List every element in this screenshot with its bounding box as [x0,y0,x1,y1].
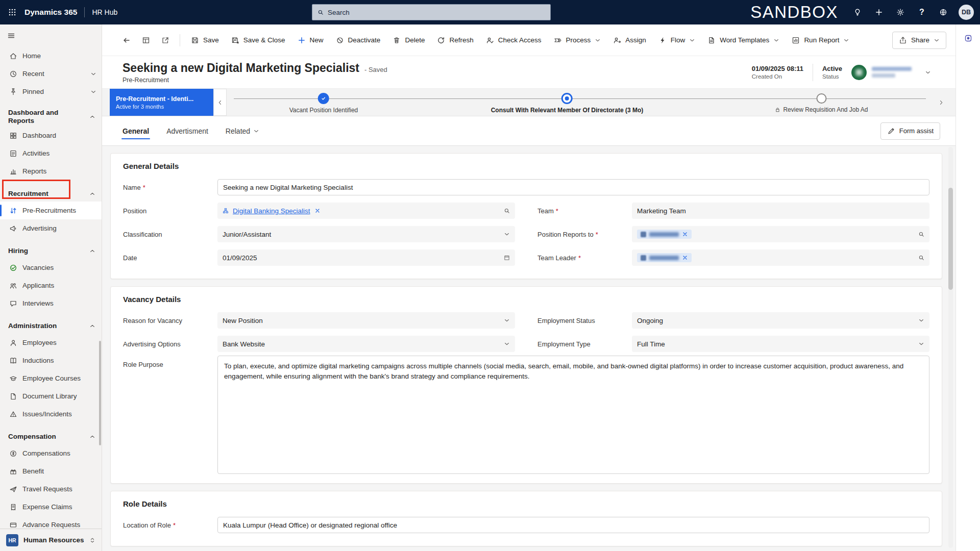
sidebar-item-expense-claims[interactable]: Expense Claims [0,498,102,516]
remove-value-icon[interactable] [682,231,688,237]
hamburger-menu-icon[interactable] [0,24,22,47]
sidebar-item-vacancies[interactable]: Vacancies [0,259,102,277]
classification-dropdown[interactable]: Junior/Assistant [217,226,515,242]
scrollbar-thumb[interactable] [948,188,953,290]
command-refresh[interactable]: Refresh [431,31,479,49]
sidebar-item-benefit[interactable]: Benefit [0,462,102,480]
sidebar-scrollbar[interactable] [99,341,101,445]
tab-advertisment[interactable]: Advertisment [166,116,208,145]
quick-create-plus-icon[interactable] [869,2,889,22]
search-icon[interactable] [918,231,924,237]
command-deactivate[interactable]: Deactivate [330,31,386,49]
user-avatar[interactable]: DB [959,5,974,20]
sidebar-item-recent[interactable]: Recent [0,65,102,83]
position-lookup-link[interactable]: Digital Banking Specialist [233,207,310,215]
sidebar-item-employees[interactable]: Employees [0,334,102,352]
bpf-stage-1[interactable]: Vacant Position Identified [289,93,358,114]
lookup-value-redacted[interactable] [637,253,692,262]
global-search-box[interactable]: Search [312,4,551,20]
back-button[interactable] [117,31,136,49]
stage-current-dot[interactable] [561,93,573,104]
sidebar-group-hiring[interactable]: Hiring [0,243,102,259]
header-expand-button[interactable] [921,65,935,80]
team-input[interactable]: Marketing Team [632,203,929,219]
lightbulb-icon[interactable] [847,2,868,22]
tab-general[interactable]: General [122,116,149,145]
settings-gear-icon[interactable] [890,2,911,22]
sidebar-item-home[interactable]: Home [0,47,102,65]
plane-icon [9,485,17,493]
location-input[interactable]: Kuala Lumpur (Head Office) or designated… [217,517,929,533]
remove-value-icon[interactable] [314,208,321,214]
team-leader-lookup-field[interactable] [632,249,929,266]
sidebar-item-employee-courses[interactable]: Employee Courses [0,369,102,387]
search-icon[interactable] [918,255,924,261]
sidebar-item-dashboard[interactable]: Dashboard [0,127,102,144]
remove-value-icon[interactable] [682,255,688,261]
command-run-report[interactable]: Run Report [786,31,855,49]
app-launcher-waffle-icon[interactable] [2,2,22,22]
field-row-employment-status: Employment Status Ongoing [537,309,929,332]
advertising-options-dropdown[interactable]: Bank Website [217,336,515,352]
reports-to-lookup-field[interactable] [632,226,929,242]
bpf-stage-3[interactable]: Review Requisition And Job Ad [774,93,868,113]
app-title[interactable]: Dynamics 365 [24,8,77,17]
stage-locked-dot[interactable] [816,93,826,104]
reason-dropdown[interactable]: New Position [217,312,515,329]
app-area-name[interactable]: HR Hub [92,8,117,16]
command-assign[interactable]: Assign [607,31,652,49]
command-save[interactable]: Save [185,31,225,49]
sidebar-item-advance-requests[interactable]: Advance Requests [0,516,102,529]
share-button[interactable]: Share [892,32,946,49]
sidebar-group-recruitment[interactable]: Recruitment [0,186,102,202]
sidebar-item-issues-incidents[interactable]: Issues/Incidents [0,405,102,423]
help-icon[interactable]: ? [912,2,932,22]
sidebar-item-pre-recruitments[interactable]: Pre-Recruitments [0,202,102,219]
owner-lookup[interactable] [851,65,912,80]
sidebar-item-reports[interactable]: Reports [0,162,102,180]
sidebar-group-administration[interactable]: Administration [0,318,102,334]
tab-related[interactable]: Related [226,116,259,145]
sidebar-item-applicants[interactable]: Applicants [0,277,102,294]
date-input[interactable]: 01/09/2025 [217,249,515,266]
employment-type-dropdown[interactable]: Full Time [632,336,929,352]
role-purpose-textarea[interactable]: To plan, execute, and optimize digital m… [217,356,929,474]
name-input[interactable]: Seeking a new Digital Marketing Speciali… [217,179,929,195]
bpf-collapse-button[interactable] [213,89,227,116]
active-stage-chip[interactable]: Pre-Recruitment - Identi... Active for 3… [110,89,213,116]
lookup-value-redacted[interactable] [637,230,692,239]
stage-completed-dot[interactable] [318,93,329,104]
name-label: Name [123,184,141,191]
command-save-close[interactable]: Save & Close [226,31,291,49]
form-scrollbar[interactable] [948,147,953,548]
sidebar-item-inductions[interactable]: Inductions [0,352,102,369]
globe-icon[interactable] [933,2,953,22]
sidebar-item-travel-requests[interactable]: Travel Requests [0,480,102,498]
sidebar-item-compensations[interactable]: Compensations [0,444,102,462]
sidebar-item-interviews[interactable]: Interviews [0,294,102,312]
command-check-access[interactable]: Check Access [480,31,547,49]
open-in-new-window-button[interactable] [156,31,175,49]
sidebar-group-compensation[interactable]: Compensation [0,429,102,444]
command-delete[interactable]: Delete [387,31,430,49]
bpf-next-stage-button[interactable] [934,95,948,110]
sidebar-item-pinned[interactable]: Pinned [0,83,102,101]
bpf-stage-2[interactable]: Consult With Relevant Member Of Director… [491,93,644,114]
form-assist-button[interactable]: Form assist [880,122,940,140]
position-lookup-field[interactable]: Digital Banking Specialist [217,203,515,219]
command-process[interactable]: Process [548,31,607,49]
command-new[interactable]: New [292,31,329,49]
show-as-grid-button[interactable] [137,31,155,49]
search-icon[interactable] [504,208,510,214]
sidebar-group-dashboard-and-reports[interactable]: Dashboard and Reports [0,107,102,127]
sidebar-item-activities[interactable]: Activities [0,144,102,162]
command-flow[interactable]: Flow [653,31,701,49]
area-switcher[interactable]: HR Human Resources [0,529,102,551]
copilot-icon[interactable] [960,30,977,47]
sidebar-item-document-library[interactable]: Document Library [0,387,102,405]
calendar-icon[interactable] [504,255,510,261]
employment-status-dropdown[interactable]: Ongoing [632,312,929,329]
command-word-templates[interactable]: Word Templates [702,31,785,49]
sidebar-item-advertising[interactable]: Advertising [0,219,102,237]
name-value: Seeking a new Digital Marketing Speciali… [223,184,353,191]
